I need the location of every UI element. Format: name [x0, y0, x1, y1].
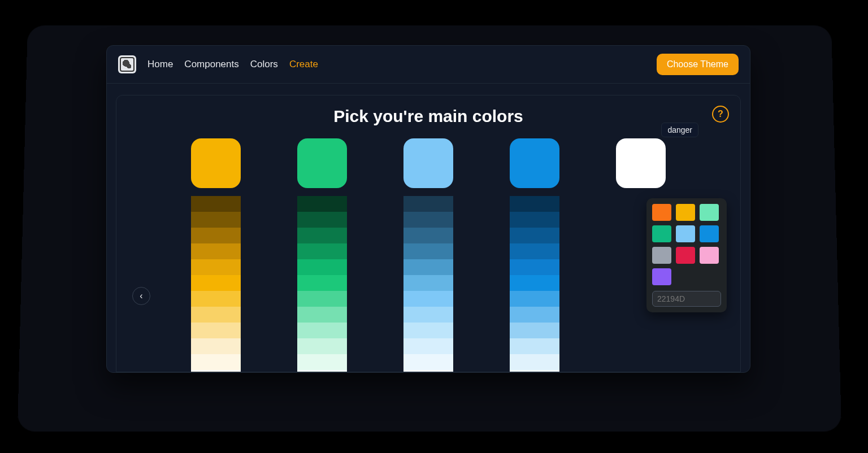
shade[interactable]	[403, 196, 453, 212]
shade-stack-green	[297, 196, 347, 372]
shade[interactable]	[403, 354, 453, 370]
shade[interactable]	[297, 259, 347, 275]
nav-links: Home Components Colors Create	[147, 59, 318, 70]
shade[interactable]	[510, 338, 559, 354]
shade[interactable]	[510, 275, 559, 291]
color-column-blue	[510, 138, 559, 372]
help-button[interactable]: ?	[712, 106, 729, 123]
navbar: Home Components Colors Create Choose The…	[107, 46, 750, 84]
shade[interactable]	[510, 307, 559, 323]
shade[interactable]	[191, 212, 241, 228]
shade[interactable]	[297, 323, 347, 338]
shade[interactable]	[297, 307, 347, 323]
swatch-amber[interactable]	[191, 138, 241, 188]
shade[interactable]	[403, 370, 453, 372]
shade[interactable]	[297, 243, 347, 259]
content-panel: Pick you're main colors ? danger ‹ ›	[116, 95, 741, 372]
picker-color[interactable]	[652, 268, 671, 285]
shade[interactable]	[191, 228, 241, 243]
swatch-sky[interactable]	[403, 138, 453, 188]
shade[interactable]	[510, 370, 559, 372]
shade[interactable]	[191, 291, 241, 307]
shade[interactable]	[191, 275, 241, 291]
picker-grid	[652, 204, 721, 285]
shade[interactable]	[191, 338, 241, 354]
hex-input[interactable]	[652, 291, 721, 307]
tooltip-danger: danger	[661, 123, 698, 137]
shade[interactable]	[191, 196, 241, 212]
shade[interactable]	[191, 307, 241, 323]
picker-color[interactable]	[676, 225, 695, 242]
shade[interactable]	[403, 228, 453, 243]
shade[interactable]	[510, 259, 559, 275]
picker-color[interactable]	[700, 204, 719, 221]
shade[interactable]	[297, 338, 347, 354]
shade[interactable]	[191, 243, 241, 259]
shade[interactable]	[403, 259, 453, 275]
nav-home[interactable]: Home	[147, 59, 173, 70]
color-column-sky	[403, 138, 453, 372]
picker-color[interactable]	[652, 204, 671, 221]
shade[interactable]	[403, 275, 453, 291]
prev-button[interactable]: ‹	[132, 287, 150, 305]
shade-stack-amber	[191, 196, 241, 372]
shade[interactable]	[297, 275, 347, 291]
shade[interactable]	[297, 370, 347, 372]
color-carousel: ‹ ›	[132, 138, 724, 372]
shade[interactable]	[297, 354, 347, 370]
shade[interactable]	[403, 307, 453, 323]
swatch-blue[interactable]	[510, 138, 559, 188]
color-column-amber	[191, 138, 241, 372]
chevron-left-icon: ‹	[140, 291, 142, 301]
nav-components[interactable]: Components	[184, 59, 238, 70]
shade[interactable]	[510, 212, 559, 228]
shade[interactable]	[191, 259, 241, 275]
shade[interactable]	[297, 291, 347, 307]
shade[interactable]	[510, 243, 559, 259]
shade[interactable]	[510, 354, 559, 370]
shade[interactable]	[403, 338, 453, 354]
picker-color[interactable]	[700, 247, 719, 264]
picker-color[interactable]	[652, 225, 671, 242]
color-column-danger	[616, 138, 666, 196]
picker-color[interactable]	[676, 247, 695, 264]
nav-create[interactable]: Create	[289, 59, 318, 70]
shade[interactable]	[191, 354, 241, 370]
swatch-danger[interactable]	[616, 138, 666, 188]
picker-color[interactable]	[700, 225, 719, 242]
shade-stack-blue	[510, 196, 559, 372]
app-window: Home Components Colors Create Choose The…	[106, 45, 750, 373]
shade-stack-sky	[403, 196, 453, 372]
shade[interactable]	[297, 212, 347, 228]
page-title: Pick you're main colors	[132, 107, 724, 126]
nav-colors[interactable]: Colors	[250, 59, 278, 70]
choose-theme-button[interactable]: Choose Theme	[657, 54, 739, 75]
shade[interactable]	[403, 323, 453, 338]
shade[interactable]	[403, 291, 453, 307]
shade[interactable]	[297, 228, 347, 243]
color-columns	[191, 138, 666, 372]
shade[interactable]	[510, 323, 559, 338]
picker-color[interactable]	[676, 204, 695, 221]
shade[interactable]	[403, 212, 453, 228]
color-picker-popover	[646, 198, 727, 312]
shade[interactable]	[510, 291, 559, 307]
shade[interactable]	[510, 228, 559, 243]
shade[interactable]	[403, 243, 453, 259]
app-logo[interactable]	[118, 55, 136, 73]
shade[interactable]	[297, 196, 347, 212]
shade[interactable]	[191, 370, 241, 372]
shade[interactable]	[510, 196, 559, 212]
swatch-green[interactable]	[297, 138, 347, 188]
picker-color[interactable]	[652, 247, 671, 264]
shade[interactable]	[191, 323, 241, 338]
color-column-green	[297, 138, 347, 372]
